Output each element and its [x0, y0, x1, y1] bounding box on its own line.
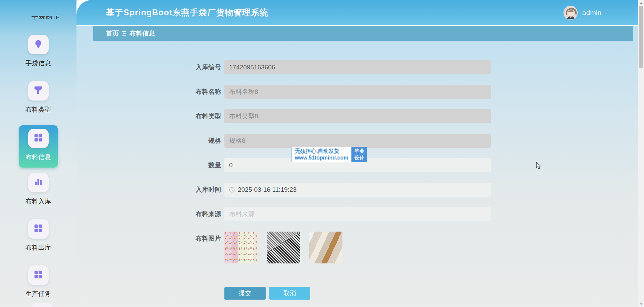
form-actions: 提交 取消	[224, 287, 638, 300]
scrollbar-thumb[interactable]	[639, 6, 643, 68]
page-title: 基于SpringBoot东燕手袋厂货物管理系统	[106, 7, 268, 18]
fabric-source-input[interactable]	[224, 207, 491, 221]
field-label: 入库编号	[76, 63, 221, 72]
sidebar-item-fabric-inbound[interactable]: 布料入库	[25, 173, 51, 206]
sidebar-item-label: 布料入库	[25, 197, 51, 206]
sidebar: 手袋制作 手袋信息 布料类型 布料信息	[0, 0, 76, 307]
field-label: 规格	[76, 136, 221, 145]
icon-card	[28, 81, 49, 101]
sidebar-item-partial-label: 手袋制作	[25, 16, 66, 21]
sidebar-item-partial[interactable]: 手袋制作	[25, 16, 66, 21]
avatar[interactable]	[564, 6, 578, 20]
field-row-fabric-images: 布料图片	[76, 232, 638, 263]
field-label: 布料类型	[76, 112, 221, 121]
field-label: 布料图片	[76, 234, 221, 243]
sidebar-item-fabric-info[interactable]: 布料信息	[19, 125, 58, 168]
sidebar-item-label: 手袋信息	[25, 59, 51, 68]
sidebar-nav: 手袋信息 布料类型 布料信息 布料入库	[0, 35, 76, 307]
fabric-image-list	[224, 232, 342, 263]
sidebar-item-production-task[interactable]: 生产任务	[25, 265, 51, 298]
sidebar-item-label: 生产任务	[25, 290, 51, 298]
field-label: 数量	[76, 161, 221, 170]
sidebar-item-label: 布料出库	[25, 243, 51, 252]
icon-card	[28, 219, 49, 239]
sidebar-item-label: 布料信息	[25, 153, 51, 162]
icon-card	[28, 265, 49, 285]
field-label: 布料来源	[76, 210, 221, 219]
sidebar-item-fabric-outbound[interactable]: 布料出库	[25, 219, 51, 252]
submit-button[interactable]: 提交	[224, 287, 266, 300]
fabric-image-houndstooth[interactable]	[267, 232, 300, 263]
breadcrumb-home[interactable]: 首页	[106, 29, 119, 38]
grid-icon	[33, 269, 43, 281]
field-row-inbound-time: 入库时间 2025-03-16 11:19:23	[76, 183, 638, 197]
field-row-fabric-name: 布料名称 布料名称8	[76, 85, 638, 99]
field-row-fabric-type: 布料类型 布料类型8	[76, 109, 638, 123]
grid-icon	[33, 133, 43, 144]
scroll-up-icon[interactable]: ▲	[638, 0, 644, 6]
sidebar-item-label: 布料类型	[25, 105, 51, 114]
bar-chart-icon	[33, 177, 43, 188]
header: 基于SpringBoot东燕手袋厂货物管理系统 admin	[76, 0, 638, 25]
field-label: 入库时间	[76, 185, 221, 194]
username: admin	[582, 9, 601, 17]
field-row-spec: 规格 规格8	[76, 134, 638, 148]
sidebar-item-partial-card	[32, 303, 52, 307]
grid-icon	[33, 223, 43, 235]
icon-card	[28, 35, 49, 54]
watermark-line1: 无须担心.自动发货	[295, 148, 348, 155]
breadcrumb-current: 布料信息	[129, 29, 155, 38]
field-label: 布料名称	[76, 87, 221, 96]
breadcrumb: 首页 Ξ 布料信息	[93, 26, 633, 41]
inbound-time-value: 2025-03-16 11:19:23	[238, 186, 297, 193]
fabric-image-floral[interactable]	[224, 232, 258, 263]
cancel-button[interactable]: 取消	[269, 287, 310, 300]
fabric-name-input: 布料名称8	[224, 85, 491, 99]
funnel-icon	[33, 85, 43, 97]
clock-icon	[229, 187, 235, 193]
vendor-watermark-badge: 毕业 设计	[352, 147, 367, 162]
fabric-type-input: 布料类型8	[224, 109, 491, 123]
vendor-watermark: 无须担心.自动发货 www.51topmind.com 毕业 设计	[291, 147, 367, 162]
user-menu[interactable]: admin	[564, 0, 601, 25]
icon-card	[28, 129, 49, 148]
sidebar-item-fabric-type[interactable]: 布料类型	[25, 81, 51, 114]
sidebar-item-handbag-info[interactable]: 手袋信息	[25, 35, 51, 68]
inbound-number-input: 1742095163606	[224, 60, 491, 74]
icon-card	[28, 173, 49, 192]
breadcrumb-separator-icon: Ξ	[122, 30, 126, 37]
vendor-watermark-text: 无须担心.自动发货 www.51topmind.com	[291, 147, 352, 162]
spec-input: 规格8	[224, 134, 491, 148]
inbound-time-picker[interactable]: 2025-03-16 11:19:23	[224, 183, 491, 197]
fabric-info-form: 入库编号 1742095163606 布料名称 布料名称8 布料类型 布料类型8…	[76, 41, 638, 300]
content-area: 首页 Ξ 布料信息 入库编号 1742095163606 布料名称 布料名称8 …	[76, 26, 638, 307]
fabric-image-folded-stack[interactable]	[309, 232, 342, 263]
bulb-icon	[33, 39, 43, 50]
scroll-down-icon[interactable]: ▼	[638, 301, 644, 307]
scrollbar[interactable]: ▲ ▼	[638, 0, 644, 307]
watermark-url: www.51topmind.com	[295, 155, 348, 161]
field-row-fabric-source: 布料来源	[76, 207, 638, 221]
field-row-inbound-number: 入库编号 1742095163606	[76, 60, 638, 74]
